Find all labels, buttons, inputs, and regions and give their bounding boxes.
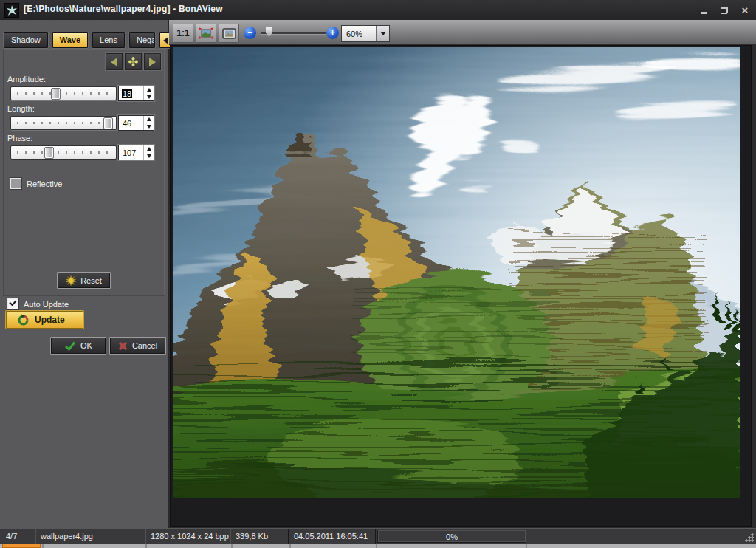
filter-tab-strip: Shadow Wave Lens Negativ [4, 32, 190, 48]
preset-prev-button[interactable] [106, 53, 123, 70]
phase-spin-up[interactable] [144, 145, 154, 153]
length-spin-down[interactable] [144, 123, 154, 131]
ok-icon [64, 341, 76, 351]
amplitude-spin-down[interactable] [144, 94, 154, 101]
length-slider[interactable] [10, 116, 117, 130]
cancel-button[interactable]: Cancel [109, 337, 166, 355]
zoom-out-icon: − [247, 27, 252, 38]
full-screen-icon [222, 28, 236, 39]
length-spinner [143, 116, 154, 130]
bonaview-window: [E:\Photos\Nature\wallpaper4.jpg] - BonA… [0, 0, 756, 548]
zoom-out-button[interactable]: − [244, 27, 256, 39]
update-label: Update [35, 315, 65, 325]
cancel-label: Cancel [132, 341, 157, 350]
amplitude-slider-thumb[interactable] [51, 88, 61, 100]
app-icon [4, 3, 19, 18]
zoom-combo-dropdown-button[interactable] [376, 26, 389, 41]
spin-up-icon [147, 145, 151, 151]
spin-up-icon [147, 115, 151, 121]
preset-default-icon [128, 57, 138, 66]
length-slider-thumb[interactable] [103, 117, 113, 129]
close-icon: × [742, 4, 749, 16]
close-button[interactable]: × [738, 4, 752, 16]
tab-lens[interactable]: Lens [92, 32, 125, 48]
length-input[interactable]: 46 [118, 115, 154, 131]
update-button[interactable]: Update [6, 311, 83, 329]
tab-shadow[interactable]: Shadow [4, 32, 48, 48]
selected-segment [2, 544, 41, 548]
reflective-label: Reflective [27, 179, 62, 188]
length-label: Length: [7, 104, 35, 113]
image-viewport[interactable] [170, 45, 752, 527]
amplitude-spin-up[interactable] [144, 86, 154, 94]
spin-down-icon [147, 125, 151, 131]
preset-next-icon [149, 58, 160, 66]
auto-update-option[interactable]: Auto Update [7, 298, 69, 309]
tab-scroll-left-icon [159, 37, 168, 44]
preset-prev-icon [106, 58, 117, 66]
slider-ticks [17, 151, 110, 154]
update-icon [17, 314, 30, 326]
status-datetime: 04.05.2011 16:05:41 [289, 529, 376, 544]
window-controls: × [697, 4, 752, 16]
cancel-icon [118, 341, 128, 351]
zoom-slider-thumb[interactable] [266, 27, 272, 37]
amplitude-value[interactable]: 18 [122, 89, 132, 98]
view-toolbar: 1:1 − + 60% [169, 20, 756, 45]
actual-size-icon: 1:1 [176, 28, 189, 38]
amplitude-label: Amplitude: [7, 75, 46, 83]
length-spin-up[interactable] [144, 116, 154, 123]
zoom-level-combo[interactable]: 60% [341, 25, 390, 42]
preset-default-button[interactable] [125, 53, 142, 70]
ok-label: OK [80, 341, 92, 350]
status-filename: wallpaper4.jpg [35, 529, 145, 544]
phase-slider[interactable] [10, 145, 117, 160]
reflective-checkbox[interactable] [10, 178, 21, 189]
tab-negativ[interactable]: Negativ [129, 32, 155, 48]
fit-to-window-button[interactable] [196, 24, 216, 43]
minimize-icon [701, 12, 707, 14]
amplitude-spinner [143, 86, 154, 100]
full-screen-button[interactable] [219, 24, 239, 43]
phase-spin-down[interactable] [144, 153, 154, 160]
ok-button[interactable]: OK [50, 337, 106, 355]
spin-up-icon [147, 86, 151, 92]
status-dimensions: 1280 x 1024 x 24 bpp [145, 529, 230, 544]
window-title: [E:\Photos\Nature\wallpaper4.jpg] - BonA… [24, 4, 223, 14]
actual-size-button[interactable]: 1:1 [173, 24, 193, 43]
amplitude-input[interactable]: 18 [118, 86, 154, 101]
wave-distorted-photo[interactable] [173, 47, 740, 498]
resize-grip-icon[interactable] [745, 533, 754, 542]
phase-value[interactable]: 107 [122, 148, 137, 157]
auto-update-checkbox[interactable] [7, 298, 18, 309]
clipped-bottom-strip [0, 544, 756, 548]
phase-label: Phase: [7, 134, 32, 143]
reset-button[interactable]: Reset [57, 272, 111, 289]
status-progress-bar: 0% [377, 530, 526, 543]
reset-label: Reset [80, 276, 102, 285]
tab-wave[interactable]: Wave [52, 32, 88, 48]
filter-panel: Shadow Wave Lens Negativ Amplitude: [0, 20, 169, 528]
phase-input[interactable]: 107 [118, 145, 154, 160]
fit-window-icon [199, 27, 213, 39]
slider-ticks [17, 122, 110, 124]
preset-next-button[interactable] [144, 53, 161, 70]
title-bar[interactable]: [E:\Photos\Nature\wallpaper4.jpg] - BonA… [0, 0, 756, 21]
status-bar: 4/7 wallpaper4.jpg 1280 x 1024 x 24 bpp … [0, 528, 756, 544]
reflective-option[interactable]: Reflective [10, 178, 62, 189]
slider-ticks [17, 92, 110, 95]
restore-button[interactable] [718, 4, 731, 16]
spin-down-icon [147, 95, 151, 101]
spin-down-icon [147, 154, 151, 160]
minimize-button[interactable] [697, 4, 710, 16]
reset-icon [66, 275, 76, 286]
zoom-level-value: 60% [342, 30, 376, 38]
auto-update-label: Auto Update [24, 300, 69, 309]
param-amplitude: Amplitude: 18 [0, 75, 168, 107]
param-phase: Phase: 107 [0, 134, 168, 166]
length-value[interactable]: 46 [122, 119, 132, 128]
amplitude-slider[interactable] [10, 86, 117, 100]
zoom-in-button[interactable]: + [326, 27, 339, 39]
combo-arrow-icon [380, 32, 386, 38]
phase-slider-thumb[interactable] [44, 147, 54, 159]
